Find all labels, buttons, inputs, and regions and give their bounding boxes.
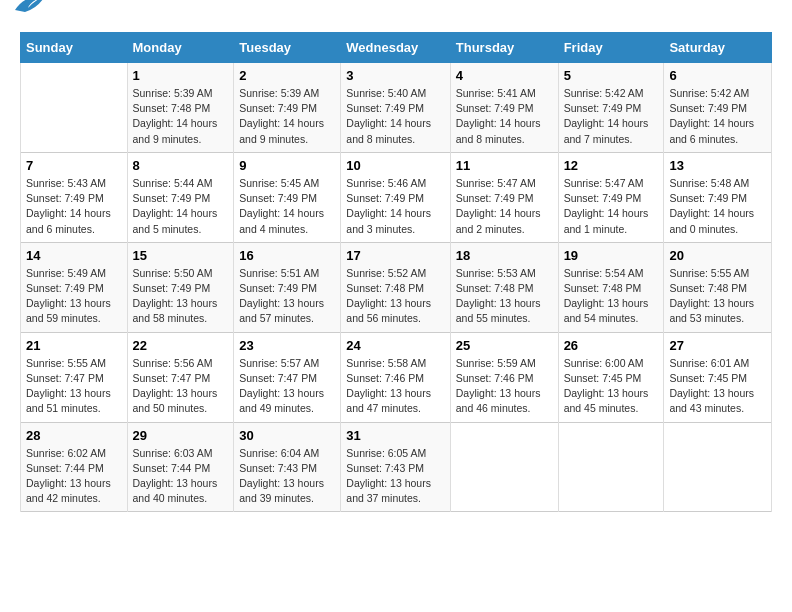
day-number: 21: [26, 338, 122, 353]
day-number: 3: [346, 68, 444, 83]
day-cell: 16Sunrise: 5:51 AMSunset: 7:49 PMDayligh…: [234, 242, 341, 332]
day-info: Sunrise: 6:04 AMSunset: 7:43 PMDaylight:…: [239, 446, 335, 507]
week-row-2: 7Sunrise: 5:43 AMSunset: 7:49 PMDaylight…: [21, 152, 772, 242]
header-friday: Friday: [558, 33, 664, 63]
day-cell: 1Sunrise: 5:39 AMSunset: 7:48 PMDaylight…: [127, 63, 234, 153]
day-cell: 22Sunrise: 5:56 AMSunset: 7:47 PMDayligh…: [127, 332, 234, 422]
day-info: Sunrise: 5:59 AMSunset: 7:46 PMDaylight:…: [456, 356, 553, 417]
day-cell: 9Sunrise: 5:45 AMSunset: 7:49 PMDaylight…: [234, 152, 341, 242]
day-number: 28: [26, 428, 122, 443]
header-sunday: Sunday: [21, 33, 128, 63]
day-info: Sunrise: 6:01 AMSunset: 7:45 PMDaylight:…: [669, 356, 766, 417]
day-cell: 13Sunrise: 5:48 AMSunset: 7:49 PMDayligh…: [664, 152, 772, 242]
day-cell: 18Sunrise: 5:53 AMSunset: 7:48 PMDayligh…: [450, 242, 558, 332]
header-tuesday: Tuesday: [234, 33, 341, 63]
day-cell: 2Sunrise: 5:39 AMSunset: 7:49 PMDaylight…: [234, 63, 341, 153]
day-number: 13: [669, 158, 766, 173]
day-info: Sunrise: 6:00 AMSunset: 7:45 PMDaylight:…: [564, 356, 659, 417]
day-info: Sunrise: 5:50 AMSunset: 7:49 PMDaylight:…: [133, 266, 229, 327]
day-number: 2: [239, 68, 335, 83]
day-info: Sunrise: 5:39 AMSunset: 7:48 PMDaylight:…: [133, 86, 229, 147]
day-number: 25: [456, 338, 553, 353]
day-cell: 29Sunrise: 6:03 AMSunset: 7:44 PMDayligh…: [127, 422, 234, 512]
day-info: Sunrise: 5:53 AMSunset: 7:48 PMDaylight:…: [456, 266, 553, 327]
day-info: Sunrise: 5:55 AMSunset: 7:48 PMDaylight:…: [669, 266, 766, 327]
header-saturday: Saturday: [664, 33, 772, 63]
day-cell: 25Sunrise: 5:59 AMSunset: 7:46 PMDayligh…: [450, 332, 558, 422]
day-number: 27: [669, 338, 766, 353]
day-info: Sunrise: 5:44 AMSunset: 7:49 PMDaylight:…: [133, 176, 229, 237]
day-info: Sunrise: 5:54 AMSunset: 7:48 PMDaylight:…: [564, 266, 659, 327]
week-row-1: 1Sunrise: 5:39 AMSunset: 7:48 PMDaylight…: [21, 63, 772, 153]
header-monday: Monday: [127, 33, 234, 63]
week-row-3: 14Sunrise: 5:49 AMSunset: 7:49 PMDayligh…: [21, 242, 772, 332]
day-info: Sunrise: 5:46 AMSunset: 7:49 PMDaylight:…: [346, 176, 444, 237]
day-cell: 15Sunrise: 5:50 AMSunset: 7:49 PMDayligh…: [127, 242, 234, 332]
day-info: Sunrise: 5:51 AMSunset: 7:49 PMDaylight:…: [239, 266, 335, 327]
day-cell: 20Sunrise: 5:55 AMSunset: 7:48 PMDayligh…: [664, 242, 772, 332]
day-number: 19: [564, 248, 659, 263]
day-cell: 19Sunrise: 5:54 AMSunset: 7:48 PMDayligh…: [558, 242, 664, 332]
day-number: 18: [456, 248, 553, 263]
day-cell: 6Sunrise: 5:42 AMSunset: 7:49 PMDaylight…: [664, 63, 772, 153]
day-number: 5: [564, 68, 659, 83]
day-number: 14: [26, 248, 122, 263]
day-info: Sunrise: 5:43 AMSunset: 7:49 PMDaylight:…: [26, 176, 122, 237]
day-info: Sunrise: 5:42 AMSunset: 7:49 PMDaylight:…: [669, 86, 766, 147]
logo: [20, 20, 48, 22]
day-info: Sunrise: 5:39 AMSunset: 7:49 PMDaylight:…: [239, 86, 335, 147]
day-cell: 14Sunrise: 5:49 AMSunset: 7:49 PMDayligh…: [21, 242, 128, 332]
day-cell: 23Sunrise: 5:57 AMSunset: 7:47 PMDayligh…: [234, 332, 341, 422]
header-wednesday: Wednesday: [341, 33, 450, 63]
day-info: Sunrise: 5:47 AMSunset: 7:49 PMDaylight:…: [456, 176, 553, 237]
day-cell: 4Sunrise: 5:41 AMSunset: 7:49 PMDaylight…: [450, 63, 558, 153]
day-number: 20: [669, 248, 766, 263]
page-header: [20, 20, 772, 22]
header-thursday: Thursday: [450, 33, 558, 63]
calendar-table: SundayMondayTuesdayWednesdayThursdayFrid…: [20, 32, 772, 512]
day-info: Sunrise: 5:49 AMSunset: 7:49 PMDaylight:…: [26, 266, 122, 327]
day-info: Sunrise: 5:55 AMSunset: 7:47 PMDaylight:…: [26, 356, 122, 417]
day-cell: [450, 422, 558, 512]
day-cell: 31Sunrise: 6:05 AMSunset: 7:43 PMDayligh…: [341, 422, 450, 512]
day-number: 6: [669, 68, 766, 83]
day-cell: 11Sunrise: 5:47 AMSunset: 7:49 PMDayligh…: [450, 152, 558, 242]
day-cell: 7Sunrise: 5:43 AMSunset: 7:49 PMDaylight…: [21, 152, 128, 242]
day-number: 23: [239, 338, 335, 353]
day-number: 11: [456, 158, 553, 173]
day-cell: 8Sunrise: 5:44 AMSunset: 7:49 PMDaylight…: [127, 152, 234, 242]
day-cell: [558, 422, 664, 512]
day-info: Sunrise: 5:40 AMSunset: 7:49 PMDaylight:…: [346, 86, 444, 147]
day-info: Sunrise: 5:47 AMSunset: 7:49 PMDaylight:…: [564, 176, 659, 237]
day-info: Sunrise: 5:41 AMSunset: 7:49 PMDaylight:…: [456, 86, 553, 147]
day-info: Sunrise: 6:02 AMSunset: 7:44 PMDaylight:…: [26, 446, 122, 507]
day-number: 7: [26, 158, 122, 173]
day-info: Sunrise: 5:58 AMSunset: 7:46 PMDaylight:…: [346, 356, 444, 417]
day-cell: [664, 422, 772, 512]
day-number: 24: [346, 338, 444, 353]
day-number: 31: [346, 428, 444, 443]
day-cell: 30Sunrise: 6:04 AMSunset: 7:43 PMDayligh…: [234, 422, 341, 512]
day-cell: 10Sunrise: 5:46 AMSunset: 7:49 PMDayligh…: [341, 152, 450, 242]
day-cell: 27Sunrise: 6:01 AMSunset: 7:45 PMDayligh…: [664, 332, 772, 422]
day-cell: 21Sunrise: 5:55 AMSunset: 7:47 PMDayligh…: [21, 332, 128, 422]
day-info: Sunrise: 5:42 AMSunset: 7:49 PMDaylight:…: [564, 86, 659, 147]
day-info: Sunrise: 5:48 AMSunset: 7:49 PMDaylight:…: [669, 176, 766, 237]
day-cell: 17Sunrise: 5:52 AMSunset: 7:48 PMDayligh…: [341, 242, 450, 332]
day-number: 4: [456, 68, 553, 83]
logo-bird-icon: [10, 0, 48, 18]
day-info: Sunrise: 5:45 AMSunset: 7:49 PMDaylight:…: [239, 176, 335, 237]
day-number: 17: [346, 248, 444, 263]
day-info: Sunrise: 5:56 AMSunset: 7:47 PMDaylight:…: [133, 356, 229, 417]
calendar-header-row: SundayMondayTuesdayWednesdayThursdayFrid…: [21, 33, 772, 63]
day-number: 15: [133, 248, 229, 263]
day-cell: 5Sunrise: 5:42 AMSunset: 7:49 PMDaylight…: [558, 63, 664, 153]
day-cell: 12Sunrise: 5:47 AMSunset: 7:49 PMDayligh…: [558, 152, 664, 242]
day-number: 16: [239, 248, 335, 263]
day-cell: 28Sunrise: 6:02 AMSunset: 7:44 PMDayligh…: [21, 422, 128, 512]
day-cell: [21, 63, 128, 153]
day-cell: 3Sunrise: 5:40 AMSunset: 7:49 PMDaylight…: [341, 63, 450, 153]
day-number: 8: [133, 158, 229, 173]
day-number: 1: [133, 68, 229, 83]
day-number: 29: [133, 428, 229, 443]
